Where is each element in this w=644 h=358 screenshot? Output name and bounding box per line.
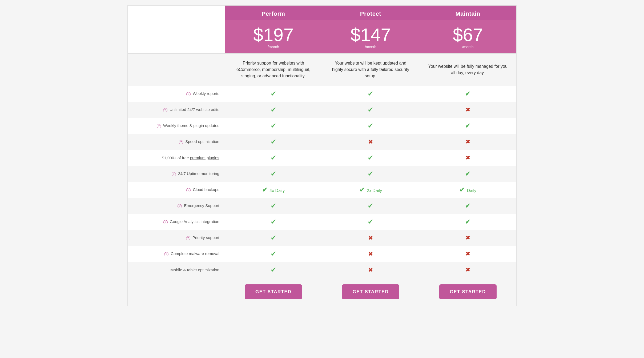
- empty-header: [128, 6, 225, 20]
- empty-price: [128, 20, 225, 54]
- cross-icon: ✖: [368, 266, 373, 273]
- feature-val-0-plan-2: ✔: [419, 86, 517, 102]
- plan-name-perform: Perform: [228, 10, 319, 17]
- feature-val-8-plan-1: ✔: [322, 214, 419, 230]
- feature-val-11-plan-1: ✖: [322, 262, 419, 278]
- feature-val-0-plan-0: ✔: [225, 86, 322, 102]
- feature-label-1: ? Unlimited 24/7 website edits: [128, 102, 225, 118]
- price-cell-perform: $197 /month: [225, 20, 322, 54]
- feature-val-10-plan-0: ✔: [225, 246, 322, 262]
- feature-val-5-plan-2: ✔: [419, 166, 517, 182]
- check-icon: ✔: [368, 202, 373, 210]
- feature-val-1-plan-2: ✖: [419, 102, 517, 118]
- question-mark-2[interactable]: ?: [157, 124, 161, 128]
- feature-val-6-plan-2: ✔ Daily: [419, 182, 517, 198]
- check-icon: ✔: [271, 122, 276, 130]
- feature-val-2-plan-2: ✔: [419, 118, 517, 134]
- feature-val-3-plan-1: ✖: [322, 134, 419, 150]
- desc-cell-perform: Priority support for websites with eComm…: [225, 54, 322, 86]
- get-started-perform[interactable]: GET STARTED: [245, 284, 302, 299]
- feature-label-3: ? Speed optimization: [128, 134, 225, 150]
- feature-label-8: ? Google Analytics integration: [128, 214, 225, 230]
- question-mark-6[interactable]: ?: [186, 188, 191, 192]
- feature-val-11-plan-0: ✔: [225, 262, 322, 278]
- price-amount-maintain: $67: [422, 26, 514, 44]
- check-icon: ✔: [262, 186, 268, 194]
- check-icon: ✔: [359, 186, 365, 194]
- get-started-protect[interactable]: GET STARTED: [342, 284, 399, 299]
- cross-icon: ✖: [465, 154, 470, 161]
- price-period-perform: /month: [228, 45, 319, 49]
- feature-val-1-plan-0: ✔: [225, 102, 322, 118]
- feature-val-5-plan-1: ✔: [322, 166, 419, 182]
- feature-val-7-plan-2: ✔: [419, 198, 517, 214]
- cross-icon: ✖: [368, 234, 373, 241]
- question-mark-10[interactable]: ?: [164, 252, 168, 256]
- cross-icon: ✖: [465, 250, 470, 257]
- feature-label-10: ? Complete malware removal: [128, 246, 225, 262]
- plan-header-maintain: Maintain: [419, 6, 517, 20]
- feature-val-7-plan-0: ✔: [225, 198, 322, 214]
- feature-val-11-plan-2: ✖: [419, 262, 517, 278]
- check-icon: ✔: [271, 234, 276, 242]
- feature-val-8-plan-0: ✔: [225, 214, 322, 230]
- feature-val-10-plan-1: ✖: [322, 246, 419, 262]
- check-icon: ✔: [368, 218, 373, 226]
- check-icon: ✔: [271, 90, 276, 98]
- question-mark-9[interactable]: ?: [186, 236, 190, 240]
- feature-label-11: Mobile & tablet optimization: [128, 262, 225, 278]
- feature-val-2-plan-1: ✔: [322, 118, 419, 134]
- check-icon: ✔: [465, 90, 471, 98]
- feature-val-10-plan-2: ✖: [419, 246, 517, 262]
- desc-cell-protect: Your website will be kept updated and hi…: [322, 54, 419, 86]
- feature-val-4-plan-0: ✔: [225, 150, 322, 166]
- feature-val-3-plan-2: ✖: [419, 134, 517, 150]
- cross-icon: ✖: [465, 138, 470, 145]
- feature-val-7-plan-1: ✔: [322, 198, 419, 214]
- plan-header-protect: Protect: [322, 6, 419, 20]
- btn-cell-perform: GET STARTED: [225, 278, 322, 306]
- price-period-protect: /month: [325, 45, 417, 49]
- cross-icon: ✖: [368, 250, 373, 257]
- check-icon: ✔: [271, 266, 276, 274]
- question-mark-0[interactable]: ?: [186, 92, 191, 96]
- check-icon: ✔: [465, 170, 471, 178]
- check-icon: ✔: [271, 106, 276, 114]
- pricing-table: Perform Protect Maintain $197 /month $14…: [127, 5, 517, 306]
- get-started-maintain[interactable]: GET STARTED: [439, 284, 497, 299]
- cross-icon: ✖: [368, 138, 373, 145]
- check-icon: ✔: [271, 250, 276, 258]
- feature-val-4-plan-2: ✖: [419, 150, 517, 166]
- check-icon: ✔: [368, 170, 373, 178]
- feature-val-6-plan-0: ✔ 4x Daily: [225, 182, 322, 198]
- backup-freq: 4x Daily: [269, 188, 285, 193]
- check-icon: ✔: [271, 138, 276, 146]
- btn-cell-maintain: GET STARTED: [419, 278, 517, 306]
- price-amount-protect: $147: [325, 26, 417, 44]
- feature-val-9-plan-2: ✖: [419, 230, 517, 246]
- feature-val-1-plan-1: ✔: [322, 102, 419, 118]
- check-icon: ✔: [465, 202, 471, 210]
- check-icon: ✔: [271, 202, 276, 210]
- check-icon: ✔: [271, 154, 276, 162]
- plan-name-maintain: Maintain: [422, 10, 514, 17]
- check-icon: ✔: [465, 122, 471, 130]
- btn-cell-protect: GET STARTED: [322, 278, 419, 306]
- feature-label-7: ? Emergency Support: [128, 198, 225, 214]
- question-mark-8[interactable]: ?: [163, 220, 168, 224]
- check-icon: ✔: [465, 218, 471, 226]
- question-mark-3[interactable]: ?: [179, 140, 183, 144]
- price-cell-protect: $147 /month: [322, 20, 419, 54]
- check-icon: ✔: [271, 218, 276, 226]
- feature-label-9: ? Priority support: [128, 230, 225, 246]
- check-icon: ✔: [459, 186, 465, 194]
- question-mark-5[interactable]: ?: [172, 172, 176, 176]
- desc-cell-maintain: Your website will be fully managed for y…: [419, 54, 517, 86]
- price-period-maintain: /month: [422, 45, 514, 49]
- plan-name-protect: Protect: [325, 10, 417, 17]
- check-icon: ✔: [368, 122, 373, 130]
- backup-freq: Daily: [467, 188, 476, 193]
- question-mark-1[interactable]: ?: [163, 108, 167, 112]
- backup-freq: 2x Daily: [367, 188, 382, 193]
- question-mark-7[interactable]: ?: [178, 204, 182, 208]
